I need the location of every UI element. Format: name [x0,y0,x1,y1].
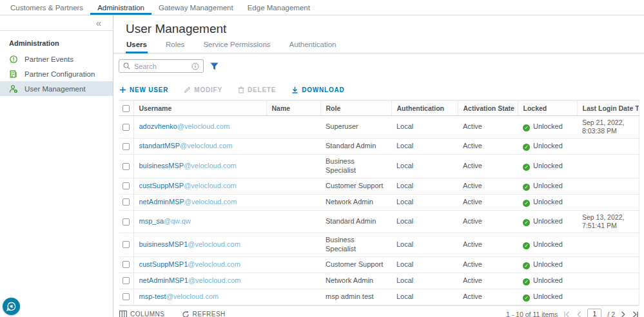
row-checkbox[interactable] [122,198,130,206]
auth-cell: Local [391,194,458,210]
support-chat-button[interactable] [3,298,20,315]
tab-users[interactable]: Users [126,41,148,53]
username-cell: custSuppMSP@velocloud.com [133,178,266,194]
unlocked-icon: ✓ [523,262,530,269]
chat-bubble-icon [6,302,16,311]
user-gear-icon [9,84,18,93]
tab-roles[interactable]: Roles [165,41,185,53]
auth-cell: Local [391,155,458,178]
table-row: adozvhenko@velocloud.com Superuser Local… [119,116,639,139]
row-checkbox[interactable] [122,241,130,248]
name-cell [266,155,320,178]
activation-state-cell: Active [458,273,518,289]
tab-authentication[interactable]: Authentication [289,41,337,53]
sidebar-item-partner-events[interactable]: Partner Events [0,52,113,66]
download-icon [291,86,298,93]
nav-gateway-management[interactable]: Gateway Management [151,0,240,15]
pagination: 1 - 10 of 11 items 1 / 2 [506,309,639,317]
row-checkbox-cell [119,139,133,155]
activation-state-cell: Active [458,155,518,178]
row-checkbox[interactable] [122,182,130,189]
activation-state-cell: Active [458,256,518,273]
search-input[interactable] [133,62,189,71]
username-link[interactable]: adozvhenko@velocloud.com [139,122,230,130]
locked-cell: ✓Unlocked [518,233,577,257]
row-checkbox-cell [119,178,133,194]
select-all-checkbox[interactable] [122,105,130,112]
next-page-button[interactable] [621,311,626,317]
activation-state-cell: Active [458,139,518,155]
name-cell [266,116,320,139]
role-cell: Business Specialist [320,233,391,257]
username-link[interactable]: netAdminMSP@velocloud.com [139,198,237,206]
last-login-cell [577,139,639,155]
col-locked: Locked [518,101,577,116]
username-link[interactable]: custSuppMSP1@velocloud.com [139,260,240,268]
table-body: adozvhenko@velocloud.com Superuser Local… [119,116,639,305]
table-row: msp_sa@qw.qw Standard Admin Local Active… [119,210,639,233]
search-box [119,59,204,73]
username-link[interactable]: msp_sa@qw.qw [139,217,191,225]
auth-cell: Local [391,178,458,194]
username-cell: netAdminMSP1@velocloud.com [133,273,266,289]
sidebar-item-partner-configuration[interactable]: Partner Configuration [0,66,113,81]
table-row: buisinessMSP@velocloud.com Business Spec… [119,155,639,178]
username-link[interactable]: custSuppMSP@velocloud.com [139,182,237,189]
username-cell: standartMSP@velocloud.com [133,139,266,155]
username-link[interactable]: buisinessMSP1@velocloud.com [139,240,240,248]
unlocked-icon: ✓ [523,184,530,191]
username-link[interactable]: standartMSP@velocloud.com [139,142,233,149]
activation-state-cell: Active [458,210,518,233]
row-checkbox-cell [119,233,133,257]
role-cell: Network Admin [320,273,391,289]
row-checkbox[interactable] [122,261,130,268]
last-login-cell [577,256,639,273]
main-content: User Management Users Roles Service Perm… [113,15,644,317]
page-title: User Management [113,15,644,36]
sidebar-item-user-management[interactable]: User Management [0,81,113,96]
row-checkbox[interactable] [122,163,130,170]
role-cell: Superuser [320,116,391,139]
row-checkbox[interactable] [122,143,130,150]
row-checkbox-cell [119,116,133,139]
page-number-input[interactable]: 1 [587,309,601,317]
last-login-cell: Sep 13, 2022, 7:51:41 PM [577,210,639,233]
nav-edge-management[interactable]: Edge Management [240,0,317,15]
role-cell: msp admin test [320,289,391,305]
row-checkbox[interactable] [122,277,130,284]
nav-customers-partners[interactable]: Customers & Partners [3,0,90,15]
last-login-cell [577,178,639,194]
username-link[interactable]: netAdminMSP1@velocloud.com [139,276,241,284]
row-checkbox[interactable] [122,293,130,300]
name-cell [266,139,320,155]
page-total: / 2 [607,311,615,317]
auth-cell: Local [391,233,458,257]
name-cell [266,233,320,257]
download-button[interactable]: DOWNLOAD [291,86,344,93]
locked-cell: ✓Unlocked [518,178,577,194]
table-row: custSuppMSP@velocloud.com Customer Suppo… [119,178,639,194]
info-icon[interactable] [191,62,199,70]
refresh-button[interactable]: REFRESH [182,311,226,317]
unlocked-icon: ✓ [523,164,530,171]
row-checkbox[interactable] [122,218,130,226]
username-link[interactable]: buisinessMSP@velocloud.com [139,162,237,169]
username-link[interactable]: msp-test@velocloud.com [139,293,219,300]
row-checkbox[interactable] [122,124,130,131]
filter-icon[interactable] [210,62,219,70]
sidebar-item-label: Partner Events [24,55,73,63]
username-cell: buisinessMSP@velocloud.com [133,155,266,178]
last-page-button[interactable] [632,311,639,317]
new-user-button[interactable]: NEW USER [119,86,168,93]
collapse-sidebar-icon[interactable]: « [96,18,101,28]
last-login-cell [577,289,639,305]
tab-service-permissions[interactable]: Service Permissions [202,41,271,53]
last-login-cell: Sep 21, 2022, 8:03:38 PM [577,116,639,139]
locked-cell: ✓Unlocked [518,139,577,155]
columns-button[interactable]: COLUMNS [119,311,165,317]
col-activation-state: Activation State [458,101,518,116]
nav-administration[interactable]: Administration [90,0,151,15]
locked-cell: ✓Unlocked [518,155,577,178]
columns-icon [119,311,127,317]
role-cell: Network Admin [320,194,391,210]
